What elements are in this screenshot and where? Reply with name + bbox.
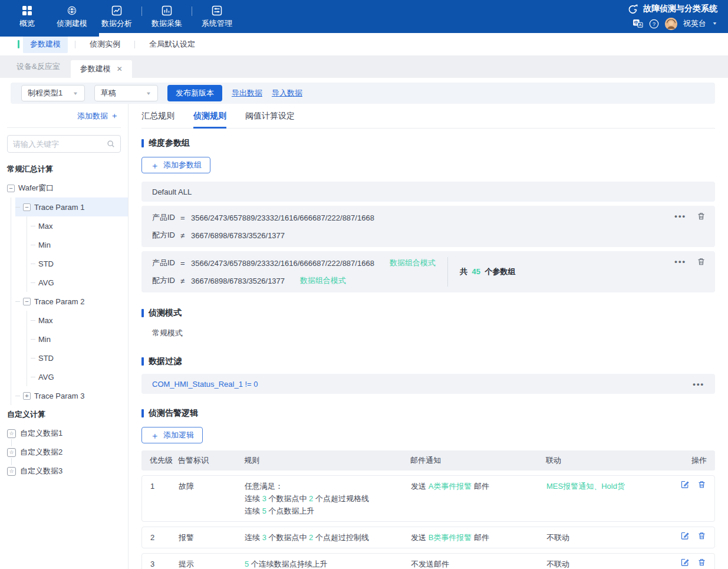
tab-global-default[interactable]: 全局默认设定	[142, 35, 202, 53]
tree-item-custom-data[interactable]: ☆自定义数据3	[0, 462, 128, 481]
alert-table-header: 优先级告警标识规则邮件通知联动操作	[141, 450, 715, 471]
mail-cell: 发送 B类事件报警 邮件	[411, 531, 546, 544]
delete-button[interactable]	[697, 558, 706, 567]
process-type-select[interactable]: 制程类型1 ▼	[21, 85, 85, 101]
mail-segment: 邮件	[472, 533, 489, 542]
tree-connector	[15, 301, 20, 302]
condition-value: 3667/6898/6783/3526/1377	[191, 277, 285, 285]
condition-field: 产品ID	[152, 212, 180, 223]
alert-logic-row: 2报警连续 3 个数据点中 2 个点超过控制线发送 B类事件报警 邮件不联动	[141, 527, 715, 548]
close-icon[interactable]: ✕	[117, 65, 123, 73]
tree-item-custom-data[interactable]: ☆自定义数据1	[0, 424, 128, 443]
tree-connector	[15, 207, 20, 208]
add-data-link[interactable]: 添加数据＋	[0, 111, 128, 121]
tree-connector	[31, 377, 35, 377]
mail-cell: 不发送邮件	[411, 558, 546, 569]
tree-item[interactable]: Min	[0, 235, 128, 254]
export-data-link[interactable]: 导出数据	[232, 88, 262, 98]
rule-segment: 个点数据上升	[266, 506, 315, 515]
tree-item[interactable]: −Wafer窗口	[0, 179, 128, 198]
tree-item[interactable]: Max	[0, 311, 128, 330]
more-icon[interactable]: •••	[693, 380, 704, 389]
expand-toggle-icon[interactable]: +	[23, 392, 31, 400]
plus-icon: ＋	[150, 161, 159, 170]
tree-item[interactable]: AVG	[0, 273, 128, 292]
alert-header-cell: 联动	[546, 455, 674, 466]
priority-cell: 3	[142, 558, 179, 569]
edit-button[interactable]	[680, 480, 689, 489]
tree-item[interactable]: STD	[0, 254, 128, 273]
rule-segment: 个连续数据点持续上升	[249, 560, 328, 568]
alert-header-cell: 规则	[244, 455, 410, 466]
section-title-detect-mode: 侦测模式	[141, 308, 715, 318]
publish-version-button[interactable]: 发布新版本	[167, 85, 222, 101]
nav-item-data-collection[interactable]: 数据采集	[144, 0, 189, 33]
doc-tab-param-modeling[interactable]: 参数建模 ✕	[71, 60, 132, 78]
filter-expression[interactable]: COM_HMI_Status_Real_1 != 0	[152, 380, 258, 389]
avatar[interactable]	[665, 18, 677, 30]
top-nav-bar: 概览 侦测建模 数据分析 数据采集 系统管理	[0, 0, 728, 33]
nav-item-label: 侦测建模	[57, 18, 87, 29]
button-label: 添加参数组	[163, 160, 202, 170]
count-suffix: 个参数组	[483, 267, 516, 276]
delete-button[interactable]	[697, 480, 706, 489]
rule-cell: 任意满足：连续 3 个数据点中 2 个点超过规格线连续 5 个点数据上升	[245, 480, 411, 517]
edit-button[interactable]	[680, 531, 689, 540]
data-combine-mode-link[interactable]: 数据组合模式	[300, 275, 346, 286]
section-accent-bar	[141, 357, 144, 366]
nav-item-detection-modeling[interactable]: 侦测建模	[50, 0, 94, 33]
delete-button[interactable]	[697, 531, 706, 540]
tree-item[interactable]: −Trace Param 2	[0, 292, 128, 311]
param-condition: 产品ID=3566/2473/657889/23332/1616/666687/…	[152, 211, 374, 225]
section-accent-bar	[141, 139, 144, 147]
tree-item[interactable]: STD	[0, 348, 128, 367]
more-icon[interactable]: •••	[674, 212, 686, 221]
tab-threshold-settings[interactable]: 阈值计算设定	[245, 111, 295, 129]
collapse-toggle-icon[interactable]: −	[7, 185, 15, 192]
tree-item[interactable]: Max	[0, 216, 128, 235]
nav-item-label: 概览	[19, 18, 35, 29]
user-name[interactable]: 祝英台	[683, 18, 706, 29]
tab-param-modeling[interactable]: 参数建模	[23, 35, 68, 53]
search-input[interactable]	[13, 140, 103, 149]
edit-button[interactable]	[680, 558, 689, 567]
param-group-rows: 产品ID=3566/2473/657889/23332/1616/666687/…	[141, 206, 715, 292]
collapse-toggle-icon[interactable]: −	[23, 298, 31, 305]
tree-item-label: Max	[38, 222, 53, 231]
search-icon[interactable]	[107, 140, 115, 148]
translate-icon[interactable]: 中A	[633, 19, 643, 28]
more-icon[interactable]: •••	[674, 257, 686, 266]
rule-tabs: 汇总规则 侦测规则 阈值计算设定	[141, 111, 715, 129]
tab-detection-rules[interactable]: 侦测规则	[193, 111, 226, 129]
tree-item-label: 常规汇总计算	[7, 164, 53, 175]
add-logic-button[interactable]: ＋添加逻辑	[141, 427, 203, 443]
nav-item-data-analysis[interactable]: 数据分析	[94, 0, 139, 33]
tab-detection-instance[interactable]: 侦测实例	[83, 35, 127, 53]
collapse-toggle-icon[interactable]: −	[23, 203, 31, 211]
linkage-segment: MES报警通知、Hold货	[546, 482, 625, 491]
divider	[7, 127, 121, 128]
doc-tab-equipment-chamber[interactable]: 设备&反应室	[6, 55, 71, 78]
delete-button[interactable]	[697, 257, 706, 266]
delete-button[interactable]	[697, 212, 706, 221]
condition-field: 产品ID	[152, 258, 180, 268]
tree-item-custom-data[interactable]: ☆自定义数据2	[0, 443, 128, 462]
chevron-down-icon[interactable]: ▼	[712, 21, 717, 26]
add-param-group-button[interactable]: ＋添加参数组	[141, 157, 210, 173]
tree-item-label: Wafer窗口	[18, 183, 54, 193]
tab-summary-rules[interactable]: 汇总规则	[141, 111, 174, 129]
tree-item[interactable]: +Trace Param 3	[0, 386, 128, 405]
linkage-segment: 不联动	[546, 533, 569, 542]
help-icon[interactable]: ?	[649, 19, 659, 29]
data-tree: 常规汇总计算−Wafer窗口−Trace Param 1MaxMinSTDAVG…	[0, 160, 128, 481]
nav-item-overview[interactable]: 概览	[5, 0, 50, 33]
version-status-select[interactable]: 草稿 ▼	[94, 85, 158, 101]
tree-item[interactable]: −Trace Param 1	[0, 198, 128, 216]
tree-item[interactable]: AVG	[0, 367, 128, 386]
import-data-link[interactable]: 导入数据	[272, 88, 302, 98]
section-accent-bar	[141, 309, 144, 317]
row-actions: •••	[674, 257, 706, 266]
nav-item-system-management[interactable]: 系统管理	[195, 0, 239, 33]
data-combine-mode-link[interactable]: 数据组合模式	[390, 258, 436, 268]
tree-item[interactable]: Min	[0, 330, 128, 348]
